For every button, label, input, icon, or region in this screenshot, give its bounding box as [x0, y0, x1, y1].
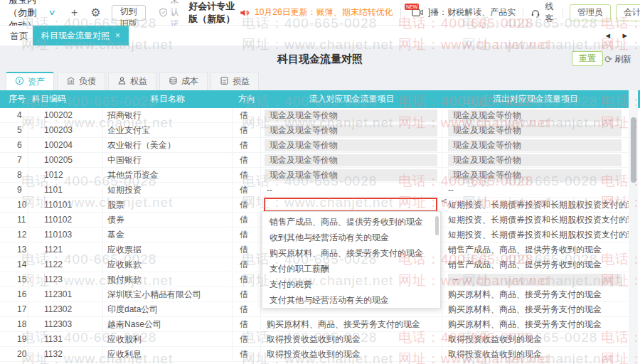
cell-subject-code: 100202 [28, 108, 103, 122]
role-admin-button[interactable]: 管理员 [570, 4, 611, 21]
inflow-value[interactable]: 取得投资收益收到的现金 [261, 332, 442, 346]
tab-scroll-left-icon[interactable]: ◂ [605, 30, 610, 41]
profit-loss-icon [220, 76, 229, 87]
cell-outflow: 购买原材料、商品、接受劳务支付的现金 [442, 317, 629, 331]
outflow-value[interactable]: 购买原材料、商品、接受劳务支付的现金 [442, 317, 629, 331]
outflow-select[interactable]: -- [448, 274, 622, 286]
inflow-select[interactable]: 现金及现金等价物 [265, 139, 437, 151]
cell-subject-code: 110102 [28, 213, 103, 227]
dropdown-option[interactable]: 收到其他与经营活动有关的现金 [262, 230, 440, 245]
column-header-0: 序号 [0, 90, 28, 108]
cell-outflow: 短期投资、长期债券投资和长期股权投资支付的现金 [442, 228, 629, 242]
outflow-select[interactable]: 现金及现金等价物 [448, 139, 622, 151]
inflow-value[interactable]: 购买原材料、商品、接受劳务支付的现金 [261, 317, 442, 331]
cell-index: 13 [0, 242, 28, 257]
inflow-select[interactable]: 现金及现金等价物 [265, 154, 437, 166]
outflow-value[interactable]: 取得投资收益收到的现金 [442, 347, 629, 361]
gear-icon[interactable]: ⚙ [90, 6, 100, 19]
outflow-value[interactable]: 销售产成品、商品、提供劳务收到的现金 [442, 257, 629, 272]
category-tab-liability[interactable]: 负债 [57, 72, 105, 90]
outflow-value[interactable]: 短期投资、长期债券投资和长期股权投资支付的现金 [442, 213, 629, 227]
cell-outflow: 购买原材料、商品、接受劳务支付的现金 [442, 302, 629, 316]
cell-subject-code: 1132 [28, 347, 103, 361]
speaker-icon [239, 8, 250, 18]
cell-index: 10 [0, 198, 28, 212]
dropdown-option[interactable]: 支付的职工薪酬 [262, 261, 440, 277]
category-tab-asset[interactable]: 资产 [6, 72, 54, 90]
refresh-icon: ⟳ [604, 54, 612, 65]
cell-outflow: -- [442, 183, 629, 197]
outflow-value[interactable]: 短期投资、长期债券投资和长期股权投资支付的现金 [442, 228, 629, 242]
scrollbar-thumb[interactable] [631, 117, 636, 183]
outflow-select[interactable]: 现金及现金等价物 [448, 169, 622, 181]
cell-index: 4 [0, 108, 28, 122]
live-text[interactable]: ]播：财税解读、产品实 [428, 6, 516, 18]
cell-direction: 借 [233, 257, 261, 272]
cell-outflow: 销售产成品、商品、提供劳务收到的现金 [442, 257, 629, 272]
table-row: 5100203企业支付宝借现金及现金等价物现金及现金等价物 [0, 123, 629, 138]
category-tab-profit-loss[interactable]: 损益 [210, 72, 259, 90]
cell-outflow: -- [442, 272, 629, 287]
dropdown-option[interactable]: 购买原材料、商品、接受劳务支付的现金 [262, 245, 440, 261]
tab-active[interactable]: 科目现金流量对照 × [33, 26, 129, 46]
outflow-select[interactable]: 现金及现金等价物 [448, 109, 622, 122]
inflow-select[interactable]: 现金及现金等价物 [265, 109, 437, 122]
cell-inflow: 购买原材料、商品、接受劳务支付的现金 [261, 317, 442, 331]
cell-subject-name: 债券 [103, 213, 233, 227]
inflow-value[interactable]: -- [261, 183, 442, 197]
outflow-value[interactable]: 购买原材料、商品、接受劳务支付的现金 [442, 302, 629, 316]
outflow-select[interactable]: 现金及现金等价物 [448, 154, 622, 166]
vertical-scrollbar[interactable] [629, 90, 638, 364]
cell-inflow: 取得投资收益收到的现金 [261, 332, 442, 346]
dropdown-scrollbar-thumb[interactable] [435, 216, 439, 235]
cell-outflow: 现金及现金等价物 [442, 138, 629, 152]
cell-inflow: 现金及现金等价物 [261, 168, 442, 182]
update-notice[interactable]: 10月26日更新：账簿、期末结转优化 [255, 6, 393, 18]
close-icon[interactable]: × [115, 31, 120, 41]
tab-scroll-right-icon[interactable]: ▸ [622, 30, 627, 41]
refresh-button[interactable]: ⟳ 刷新 [604, 53, 631, 65]
cell-direction: 借 [233, 198, 261, 212]
outflow-value[interactable]: 销售产成品、商品、提供劳务收到的现金 [442, 242, 629, 257]
cell-direction: 借 [233, 242, 261, 257]
tab-home[interactable]: 首页 [10, 30, 28, 43]
cell-subject-code: 1122 [28, 257, 103, 272]
inflow-value[interactable]: 取得投资收益收到的现金 [261, 347, 442, 361]
cell-index: 14 [0, 257, 28, 272]
inflow-select[interactable]: 现金及现金等价物 [265, 124, 437, 136]
cell-subject-code: 112302 [28, 302, 103, 316]
reset-button[interactable]: 重置 [572, 51, 603, 66]
outflow-select[interactable]: 现金及现金等价物 [448, 124, 622, 136]
switch-old-version-button[interactable]: 切到旧版 [112, 5, 146, 21]
outflow-value[interactable]: -- [442, 183, 629, 197]
cell-subject-name: 越南Nase公司 [103, 317, 233, 331]
cell-subject-code: 1101 [28, 183, 103, 197]
cell-subject-code: 1012 [28, 168, 103, 182]
cell-subject-name: 应收利息 [103, 347, 233, 361]
cell-subject-name: 农业银行（美金） [103, 138, 233, 152]
column-header-3: 方向 [233, 90, 261, 108]
cost-icon [169, 76, 178, 87]
cell-subject-name: 深圳联宝小精品有限公司 [103, 287, 233, 301]
outflow-value[interactable]: 短期投资、长期债券投资和长期股权投资支付的现金 [442, 198, 629, 212]
cell-subject-code: 1121 [28, 242, 103, 257]
dropdown-option[interactable]: 销售产成品、商品、提供劳务收到的现金 [262, 214, 440, 230]
outflow-value[interactable]: 购买原材料、商品、接受劳务支付的现金 [442, 287, 629, 301]
category-tab-cost[interactable]: 成本 [159, 72, 208, 90]
inflow-select[interactable]: 现金及现金等价物 [265, 169, 437, 181]
category-tab-equity[interactable]: 权益 [108, 72, 156, 90]
role-accountant-button[interactable]: 会计 [616, 4, 640, 21]
add-tab-button[interactable]: + [71, 6, 78, 19]
cell-outflow: 取得投资收益收到的现金 [442, 332, 629, 346]
asset-icon [15, 76, 24, 87]
cell-subject-code: 1123 [28, 272, 103, 287]
inflow-select-editing[interactable] [264, 198, 437, 212]
dropdown-option[interactable]: 支付的税费 [262, 277, 440, 292]
outflow-value[interactable]: 取得投资收益收到的现金 [442, 332, 629, 346]
dropdown-option[interactable]: 支付其他与经营活动有关的现金 [262, 292, 440, 308]
cell-index: 16 [0, 287, 28, 301]
table-row: 18112303越南Nase公司借购买原材料、商品、接受劳务支付的现金购买原材料… [0, 317, 629, 332]
cell-outflow: 现金及现金等价物 [442, 153, 629, 167]
cell-index: 20 [0, 347, 28, 361]
cell-index: 9 [0, 183, 28, 197]
